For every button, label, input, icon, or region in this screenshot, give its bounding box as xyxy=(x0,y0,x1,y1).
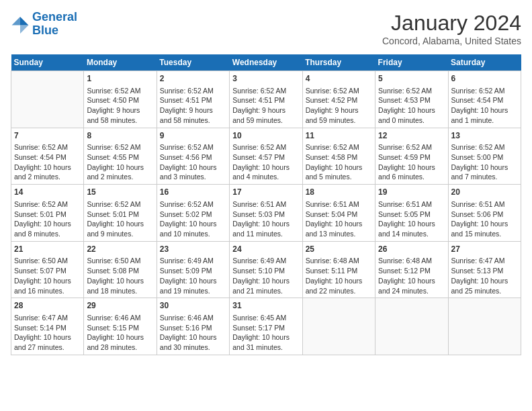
calendar-cell: 14Sunrise: 6:52 AM Sunset: 5:01 PM Dayli… xyxy=(11,185,84,242)
day-number: 10 xyxy=(232,130,299,142)
calendar-cell xyxy=(375,298,448,355)
calendar-title: January 2024 xyxy=(382,11,521,36)
calendar-body: 1Sunrise: 6:52 AM Sunset: 4:50 PM Daylig… xyxy=(11,71,521,355)
day-info: Sunrise: 6:50 AM Sunset: 5:08 PM Dayligh… xyxy=(87,256,153,295)
weekday-label: Monday xyxy=(84,54,157,71)
weekday-header-row: SundayMondayTuesdayWednesdayThursdayFrid… xyxy=(11,54,521,71)
day-number: 18 xyxy=(306,187,372,198)
calendar-cell: 15Sunrise: 6:52 AM Sunset: 5:01 PM Dayli… xyxy=(84,185,157,242)
calendar-cell: 19Sunrise: 6:51 AM Sunset: 5:05 PM Dayli… xyxy=(375,185,448,242)
day-number: 30 xyxy=(160,300,226,312)
calendar-week-row: 7Sunrise: 6:52 AM Sunset: 4:54 PM Daylig… xyxy=(11,128,521,185)
svg-marker-2 xyxy=(12,17,20,25)
calendar-cell: 3Sunrise: 6:52 AM Sunset: 4:51 PM Daylig… xyxy=(230,71,302,128)
weekday-label: Sunday xyxy=(11,54,84,71)
day-number: 29 xyxy=(87,300,153,312)
calendar-header: SundayMondayTuesdayWednesdayThursdayFrid… xyxy=(11,54,521,71)
calendar-week-row: 14Sunrise: 6:52 AM Sunset: 5:01 PM Dayli… xyxy=(11,185,521,242)
day-info: Sunrise: 6:52 AM Sunset: 4:53 PM Dayligh… xyxy=(378,86,445,126)
calendar-cell: 16Sunrise: 6:52 AM Sunset: 5:02 PM Dayli… xyxy=(157,185,229,242)
day-number: 8 xyxy=(87,130,153,142)
logo-text: General Blue xyxy=(32,11,77,38)
calendar-cell: 22Sunrise: 6:50 AM Sunset: 5:08 PM Dayli… xyxy=(84,241,157,298)
svg-marker-1 xyxy=(20,25,28,33)
day-info: Sunrise: 6:52 AM Sunset: 4:55 PM Dayligh… xyxy=(87,142,153,182)
calendar-cell: 28Sunrise: 6:47 AM Sunset: 5:14 PM Dayli… xyxy=(11,298,84,355)
day-number: 9 xyxy=(160,130,226,142)
weekday-label: Saturday xyxy=(448,54,521,71)
day-number: 13 xyxy=(451,130,518,142)
calendar-cell: 1Sunrise: 6:52 AM Sunset: 4:50 PM Daylig… xyxy=(84,71,157,128)
logo: General Blue xyxy=(11,11,77,38)
calendar-cell: 7Sunrise: 6:52 AM Sunset: 4:54 PM Daylig… xyxy=(11,128,84,185)
title-block: January 2024 Concord, Alabama, United St… xyxy=(382,11,521,46)
day-number: 26 xyxy=(378,244,445,255)
day-number: 19 xyxy=(378,187,445,198)
day-info: Sunrise: 6:46 AM Sunset: 5:16 PM Dayligh… xyxy=(160,313,226,353)
day-info: Sunrise: 6:52 AM Sunset: 4:52 PM Dayligh… xyxy=(306,86,372,126)
day-number: 7 xyxy=(14,130,81,142)
weekday-label: Thursday xyxy=(302,54,375,71)
day-number: 31 xyxy=(232,300,299,312)
day-info: Sunrise: 6:52 AM Sunset: 5:02 PM Dayligh… xyxy=(160,199,226,239)
calendar-cell: 25Sunrise: 6:48 AM Sunset: 5:11 PM Dayli… xyxy=(302,241,375,298)
day-number: 22 xyxy=(87,244,153,255)
logo-line1: General xyxy=(32,10,77,24)
calendar-cell: 2Sunrise: 6:52 AM Sunset: 4:51 PM Daylig… xyxy=(157,71,229,128)
calendar-cell: 8Sunrise: 6:52 AM Sunset: 4:55 PM Daylig… xyxy=(84,128,157,185)
calendar-cell: 11Sunrise: 6:52 AM Sunset: 4:58 PM Dayli… xyxy=(302,128,375,185)
day-info: Sunrise: 6:51 AM Sunset: 5:05 PM Dayligh… xyxy=(378,199,445,239)
calendar-table: SundayMondayTuesdayWednesdayThursdayFrid… xyxy=(11,54,521,355)
calendar-cell: 31Sunrise: 6:45 AM Sunset: 5:17 PM Dayli… xyxy=(230,298,302,355)
calendar-cell: 12Sunrise: 6:52 AM Sunset: 4:59 PM Dayli… xyxy=(375,128,448,185)
day-info: Sunrise: 6:48 AM Sunset: 5:12 PM Dayligh… xyxy=(378,256,445,295)
day-number: 11 xyxy=(306,130,372,142)
logo-icon xyxy=(11,15,30,34)
logo-line2: Blue xyxy=(32,24,58,37)
day-info: Sunrise: 6:52 AM Sunset: 4:50 PM Dayligh… xyxy=(87,86,153,126)
day-number: 4 xyxy=(306,73,372,85)
calendar-cell: 10Sunrise: 6:52 AM Sunset: 4:57 PM Dayli… xyxy=(230,128,302,185)
calendar-cell: 13Sunrise: 6:52 AM Sunset: 5:00 PM Dayli… xyxy=(448,128,521,185)
weekday-label: Wednesday xyxy=(230,54,302,71)
day-info: Sunrise: 6:45 AM Sunset: 5:17 PM Dayligh… xyxy=(232,313,299,353)
calendar-cell: 29Sunrise: 6:46 AM Sunset: 5:15 PM Dayli… xyxy=(84,298,157,355)
calendar-cell: 5Sunrise: 6:52 AM Sunset: 4:53 PM Daylig… xyxy=(375,71,448,128)
day-info: Sunrise: 6:52 AM Sunset: 4:54 PM Dayligh… xyxy=(451,86,518,126)
day-number: 16 xyxy=(160,187,226,198)
calendar-week-row: 28Sunrise: 6:47 AM Sunset: 5:14 PM Dayli… xyxy=(11,298,521,355)
day-info: Sunrise: 6:52 AM Sunset: 4:57 PM Dayligh… xyxy=(232,142,299,182)
day-info: Sunrise: 6:48 AM Sunset: 5:11 PM Dayligh… xyxy=(306,256,372,295)
day-number: 3 xyxy=(232,73,299,85)
day-number: 27 xyxy=(451,244,518,255)
weekday-label: Friday xyxy=(375,54,448,71)
calendar-cell: 26Sunrise: 6:48 AM Sunset: 5:12 PM Dayli… xyxy=(375,241,448,298)
day-info: Sunrise: 6:52 AM Sunset: 4:51 PM Dayligh… xyxy=(232,86,299,126)
day-info: Sunrise: 6:49 AM Sunset: 5:09 PM Dayligh… xyxy=(160,256,226,295)
calendar-cell: 6Sunrise: 6:52 AM Sunset: 4:54 PM Daylig… xyxy=(448,71,521,128)
day-info: Sunrise: 6:50 AM Sunset: 5:07 PM Dayligh… xyxy=(14,256,81,295)
day-info: Sunrise: 6:52 AM Sunset: 4:56 PM Dayligh… xyxy=(160,142,226,182)
calendar-cell: 20Sunrise: 6:51 AM Sunset: 5:06 PM Dayli… xyxy=(448,185,521,242)
calendar-cell: 23Sunrise: 6:49 AM Sunset: 5:09 PM Dayli… xyxy=(157,241,229,298)
day-number: 2 xyxy=(160,73,226,85)
day-info: Sunrise: 6:52 AM Sunset: 5:00 PM Dayligh… xyxy=(451,142,518,182)
day-number: 5 xyxy=(378,73,445,85)
day-number: 17 xyxy=(232,187,299,198)
weekday-label: Tuesday xyxy=(157,54,229,71)
day-number: 12 xyxy=(378,130,445,142)
calendar-cell: 21Sunrise: 6:50 AM Sunset: 5:07 PM Dayli… xyxy=(11,241,84,298)
day-number: 21 xyxy=(14,244,81,255)
calendar-week-row: 21Sunrise: 6:50 AM Sunset: 5:07 PM Dayli… xyxy=(11,241,521,298)
day-info: Sunrise: 6:46 AM Sunset: 5:15 PM Dayligh… xyxy=(87,313,153,353)
day-info: Sunrise: 6:52 AM Sunset: 4:58 PM Dayligh… xyxy=(306,142,372,182)
day-number: 24 xyxy=(232,244,299,255)
svg-marker-0 xyxy=(20,17,28,25)
day-number: 6 xyxy=(451,73,518,85)
day-info: Sunrise: 6:51 AM Sunset: 5:03 PM Dayligh… xyxy=(232,199,299,239)
page-header: General Blue January 2024 Concord, Alaba… xyxy=(11,11,521,46)
day-info: Sunrise: 6:51 AM Sunset: 5:06 PM Dayligh… xyxy=(451,199,518,239)
day-number: 15 xyxy=(87,187,153,198)
day-info: Sunrise: 6:49 AM Sunset: 5:10 PM Dayligh… xyxy=(232,256,299,295)
day-number: 28 xyxy=(14,300,81,312)
